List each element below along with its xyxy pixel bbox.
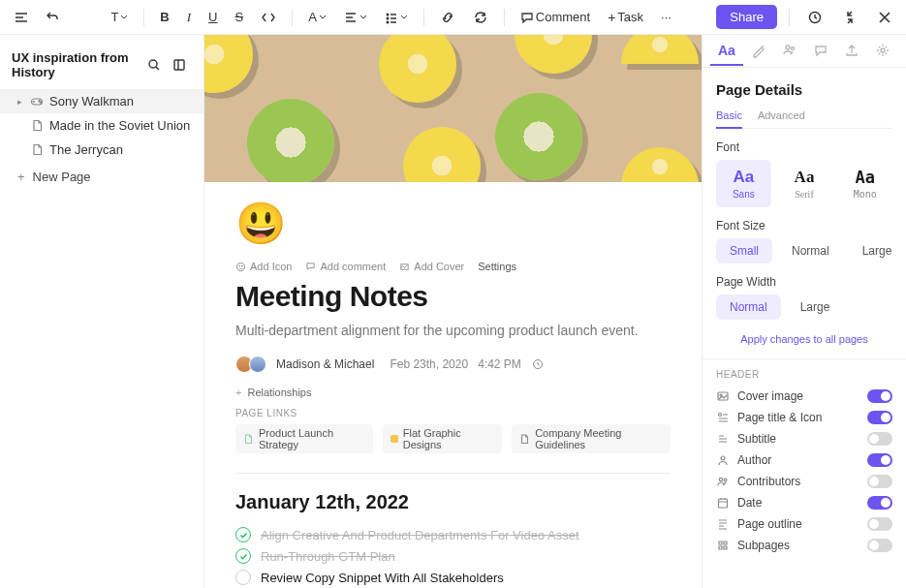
checklist-item[interactable]: Review Copy Snippet With All Stakeholder… xyxy=(235,570,671,585)
outline-icon xyxy=(716,517,730,531)
sidebar-search-button[interactable] xyxy=(141,54,167,76)
back-button[interactable] xyxy=(39,6,66,29)
font-option[interactable]: AaSans xyxy=(716,160,771,207)
italic-button[interactable]: I xyxy=(181,6,197,29)
details-tab-export[interactable] xyxy=(836,37,867,66)
details-tab-text[interactable]: Aa xyxy=(710,37,743,66)
sidebar-panel-button[interactable] xyxy=(167,54,192,76)
font-size-option[interactable]: Normal xyxy=(778,238,843,263)
toggle-switch[interactable] xyxy=(867,539,892,552)
toggle-switch[interactable] xyxy=(867,453,892,467)
document-scroll[interactable]: 😃 Add Icon Add comment Add Cover Setting… xyxy=(204,35,702,588)
task-button[interactable]: +Task xyxy=(602,6,649,29)
undo-icon xyxy=(45,10,60,25)
add-icon-button[interactable]: Add Icon xyxy=(235,261,292,272)
toggle-switch[interactable] xyxy=(867,496,892,510)
font-label: Font xyxy=(716,140,892,154)
details-panel: Aa Page Details Basic Advanced Font AaSa… xyxy=(702,35,906,588)
checkbox[interactable] xyxy=(235,527,251,542)
add-cover-button[interactable]: Add Cover xyxy=(399,261,464,272)
toggle-switch[interactable] xyxy=(867,389,892,403)
page-emoji[interactable]: 😃 xyxy=(235,200,671,247)
page-width-option[interactable]: Large xyxy=(787,294,844,320)
section-heading[interactable]: January 12th, 2022 xyxy=(235,491,671,513)
code-button[interactable] xyxy=(255,6,282,29)
advanced-tab[interactable]: Advanced xyxy=(758,109,805,128)
toggle-switch[interactable] xyxy=(867,517,892,531)
svg-point-8 xyxy=(40,101,41,102)
link-button[interactable] xyxy=(434,6,461,29)
gamepad-icon xyxy=(30,95,44,108)
toggle-row: Page title & Icon xyxy=(716,407,892,428)
details-tab-settings[interactable] xyxy=(867,37,898,66)
svg-point-16 xyxy=(881,48,885,52)
font-option[interactable]: AaSerif xyxy=(777,160,832,207)
page-link-chip[interactable]: Company Meeting Guidelines xyxy=(512,424,671,453)
toggle-row: Cover image xyxy=(716,386,892,407)
text-style-dropdown[interactable]: T xyxy=(105,6,134,28)
page-width-label: Page Width xyxy=(716,275,892,289)
strike-button[interactable]: S xyxy=(229,6,249,28)
collapse-button[interactable] xyxy=(836,6,863,29)
new-page-button[interactable]: +New Page xyxy=(0,162,203,192)
font-size-option[interactable]: Large xyxy=(849,238,906,263)
menu-button[interactable] xyxy=(8,6,35,29)
author-name: Madison & Michael xyxy=(276,357,374,371)
history-button[interactable] xyxy=(801,6,828,29)
page-icon xyxy=(243,434,254,445)
toggle-switch[interactable] xyxy=(867,475,892,488)
apply-all-button[interactable]: Apply changes to all pages xyxy=(716,333,892,345)
details-tab-people[interactable] xyxy=(774,37,805,66)
svg-point-20 xyxy=(721,456,725,460)
checklist-item[interactable]: Run-Through GTM Plan xyxy=(235,548,671,564)
subpages-icon xyxy=(716,539,730,552)
underline-button[interactable]: U xyxy=(203,6,223,28)
page-title[interactable]: Meeting Notes xyxy=(235,280,671,313)
page-icon xyxy=(519,434,530,445)
details-tab-styles[interactable] xyxy=(743,37,774,66)
page-link-chip[interactable]: Flat Graphic Designs xyxy=(383,424,502,453)
page-icon xyxy=(30,143,44,157)
svg-point-1 xyxy=(387,17,389,19)
details-tab-comments[interactable] xyxy=(805,37,836,66)
page-time: 4:42 PM xyxy=(478,357,521,371)
close-button[interactable] xyxy=(871,6,898,29)
checklist-item[interactable]: Align Creative And Product Departments F… xyxy=(235,527,671,542)
sidebar-item[interactable]: ▸Sony Walkman xyxy=(0,89,203,113)
page-link-chip[interactable]: Product Launch Strategy xyxy=(235,424,373,453)
checkbox[interactable] xyxy=(235,570,251,585)
checkbox[interactable] xyxy=(235,548,251,564)
page-width-option[interactable]: Normal xyxy=(716,294,781,320)
share-button[interactable]: Share xyxy=(716,5,777,29)
toggle-switch[interactable] xyxy=(867,432,892,446)
svg-point-21 xyxy=(719,478,722,480)
svg-point-14 xyxy=(786,46,790,49)
relationships-row[interactable]: +Relationships xyxy=(235,387,671,398)
toggle-switch[interactable] xyxy=(867,411,892,424)
basic-tab[interactable]: Basic xyxy=(716,109,742,129)
sidebar-item[interactable]: ▸Made in the Soviet Union xyxy=(0,113,203,138)
bold-button[interactable]: B xyxy=(154,6,174,28)
sidebar-item[interactable]: ▸The Jerrycan xyxy=(0,138,203,162)
list-dropdown[interactable] xyxy=(379,7,414,28)
page-subtitle[interactable]: Multi-department alignment for the upcom… xyxy=(235,323,671,338)
users-icon xyxy=(716,475,730,488)
cover-image xyxy=(204,35,702,182)
font-size-option[interactable]: Small xyxy=(716,238,772,263)
comment-button[interactable]: Comment xyxy=(515,6,596,28)
align-dropdown[interactable] xyxy=(338,7,373,28)
svg-point-15 xyxy=(791,46,794,49)
refresh-button[interactable] xyxy=(467,6,494,29)
text-color-dropdown[interactable]: A xyxy=(302,6,332,28)
page-settings-button[interactable]: Settings xyxy=(478,261,516,272)
svg-point-10 xyxy=(239,265,240,266)
topbar: T B I U S A Comment +Task ··· Share xyxy=(0,0,906,35)
subtitle-icon xyxy=(716,432,730,446)
details-title: Page Details xyxy=(716,81,892,98)
font-option[interactable]: AaMono xyxy=(837,160,892,207)
more-button[interactable]: ··· xyxy=(655,6,677,28)
svg-point-4 xyxy=(149,60,157,68)
add-comment-button[interactable]: Add comment xyxy=(305,261,386,272)
image-icon xyxy=(716,389,730,403)
svg-point-0 xyxy=(387,14,389,15)
